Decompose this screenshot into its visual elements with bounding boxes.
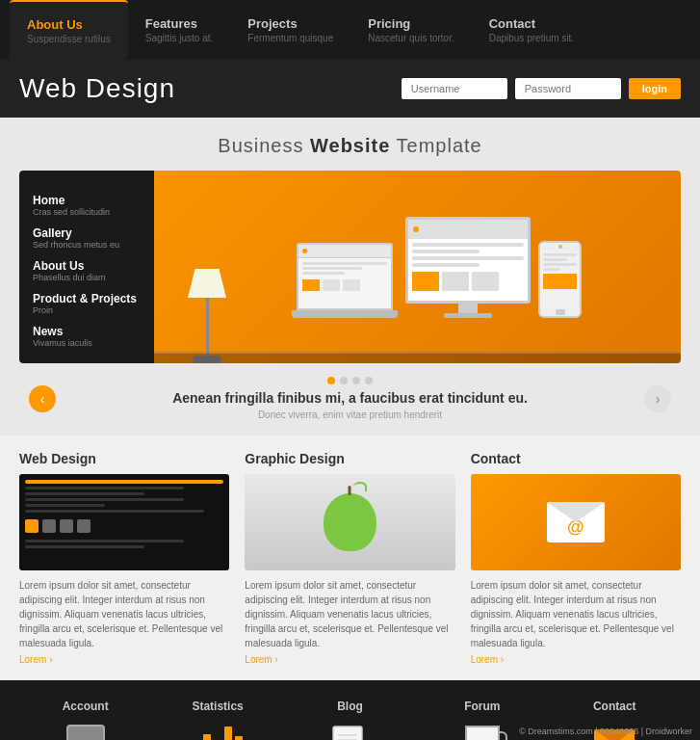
feature-graphic: Graphic Design Lorem ipsum dolor sit ame…: [245, 451, 454, 665]
nav-item-contact[interactable]: Contact Dapibus pretium sit.: [472, 0, 591, 60]
password-field[interactable]: [515, 78, 621, 99]
nav-sub-about: Suspendisse rutilus: [27, 34, 111, 44]
login-button[interactable]: login: [629, 78, 681, 99]
footer-statistics: Statistics Tempus Sapien Nunc elementum …: [165, 700, 271, 740]
phone-device: [538, 241, 582, 318]
site-title: Web Design: [19, 73, 175, 104]
footer-account-icon: [59, 717, 112, 740]
dot-1[interactable]: [327, 377, 335, 384]
feature-contact-title: Contact: [471, 451, 681, 466]
feature-graphic-text: Lorem ipsum dolor sit amet, consectetur …: [245, 578, 454, 650]
lamp-shade: [183, 269, 231, 298]
laptop-device: [292, 243, 398, 318]
monitor-screen-inner: [408, 220, 528, 301]
watermark: © Dreamstims.com | 50040056 | Droidworke…: [519, 727, 692, 736]
shelf: [154, 352, 681, 363]
hero-menu-home[interactable]: Home Cras sed sollicitudin: [33, 190, 141, 221]
hero-title: Business Website Template: [19, 135, 681, 157]
laptop-screen-inner: [298, 245, 391, 308]
monitor-screen: [405, 217, 531, 304]
site-header: Web Design login: [0, 60, 700, 118]
dot-4[interactable]: [365, 377, 373, 384]
monitor-stand: [458, 304, 478, 313]
lamp-decoration: [183, 269, 231, 363]
lamp-pole: [206, 298, 209, 356]
carousel-dots: [70, 377, 630, 384]
carousel-sub: Donec viverra, enim vitae pretium hendre…: [70, 410, 630, 420]
nav-sub-projects: Fermentum quisque: [247, 33, 333, 43]
pen-icon: [328, 722, 372, 740]
carousel-prev[interactable]: ‹: [29, 385, 56, 412]
footer-statistics-title: Statistics: [192, 700, 243, 713]
hero-section: Business Website Template Home Cras sed …: [0, 118, 700, 436]
footer-forum-title: Forum: [464, 700, 500, 713]
nav-label-contact: Contact: [489, 16, 574, 31]
hero-visual: [154, 171, 681, 363]
footer-account-title: Account: [63, 700, 109, 713]
feature-contact-link[interactable]: Lorem: [471, 654, 504, 665]
nav-label-about: About Us: [27, 17, 111, 32]
feature-webdesign-title: Web Design: [19, 451, 229, 466]
hero-menu-products[interactable]: Product & Projects Proin: [33, 288, 141, 319]
laptop-base: [292, 310, 398, 318]
footer-contact-title: Contact: [593, 700, 636, 713]
at-sign: @: [567, 517, 584, 538]
envelope-icon: @: [547, 502, 605, 542]
feature-webdesign-link[interactable]: Lorem: [19, 654, 52, 665]
nav-sub-features: Sagittis justo at.: [145, 33, 214, 43]
nav-item-about[interactable]: About Us Suspendisse rutilus: [10, 0, 128, 60]
footer-blog-icon: [324, 717, 376, 740]
hero-menu-news[interactable]: News Vivamus iaculis: [33, 321, 141, 352]
footer-blog-title: Blog: [337, 700, 363, 713]
footer-account: Account Suspendisse Sollicitudin Nunc el…: [33, 700, 139, 740]
dot-2[interactable]: [340, 377, 348, 384]
safe-icon: [66, 725, 105, 741]
main-nav: About Us Suspendisse rutilus Features Sa…: [0, 0, 700, 60]
feature-contact: Contact @ Lorem ipsum dolor sit amet, co…: [471, 451, 681, 665]
features-section: Web Design Lorem ipsum dolor sit amet, c…: [0, 436, 700, 680]
nav-sub-contact: Dapibus pretium sit.: [489, 33, 574, 43]
feature-graphic-link[interactable]: Lorem: [245, 654, 277, 665]
monitor-base: [444, 313, 492, 318]
hero-menu-about[interactable]: About Us Phasellus dui diam: [33, 255, 141, 286]
carousel-next[interactable]: ›: [644, 385, 671, 412]
cup-icon: [465, 726, 500, 741]
hero-menu: Home Cras sed sollicitudin Gallery Sed r…: [19, 171, 154, 363]
feature-contact-text: Lorem ipsum dolor sit amet, consectetur …: [471, 578, 681, 650]
footer-blog: Blog Aliquam Massa Integer duis augue. d…: [297, 700, 402, 740]
devices-mockup: [292, 217, 582, 318]
feature-webdesign: Web Design Lorem ipsum dolor sit amet, c…: [19, 451, 229, 665]
nav-item-projects[interactable]: Projects Fermentum quisque: [230, 0, 350, 60]
carousel-content: Aenean fringilla finibus mi, a faucibus …: [56, 377, 644, 420]
apple-icon: [324, 493, 376, 551]
nav-label-projects: Projects: [247, 16, 333, 31]
monitor-device: [405, 217, 531, 318]
nav-label-pricing: Pricing: [368, 16, 454, 31]
feature-contact-image: @: [471, 474, 681, 570]
carousel-heading: Aenean fringilla finibus mi, a faucibus …: [70, 390, 630, 406]
hero-menu-gallery[interactable]: Gallery Sed rhoncus metus eu: [33, 223, 141, 253]
nav-sub-pricing: Nascetur quis tortor.: [368, 33, 454, 43]
chart-icon: [193, 725, 243, 741]
nav-item-features[interactable]: Features Sagittis justo at.: [128, 0, 231, 60]
feature-graphic-image: [245, 474, 454, 570]
carousel-nav: ‹ Aenean fringilla finibus mi, a faucibu…: [19, 363, 681, 426]
nav-label-features: Features: [145, 16, 214, 31]
svg-rect-0: [333, 727, 362, 740]
username-field[interactable]: [402, 78, 507, 99]
header-right: login: [402, 78, 681, 99]
footer-forum-icon: [455, 717, 508, 740]
feature-webdesign-image: [19, 474, 229, 570]
footer-statistics-icon: [192, 717, 245, 740]
dot-3[interactable]: [352, 377, 360, 384]
hero-banner: Home Cras sed sollicitudin Gallery Sed r…: [19, 171, 681, 363]
feature-webdesign-text: Lorem ipsum dolor sit amet, consectetur …: [19, 578, 229, 650]
feature-graphic-title: Graphic Design: [245, 451, 454, 466]
nav-item-pricing[interactable]: Pricing Nascetur quis tortor.: [350, 0, 471, 60]
laptop-screen: [297, 243, 393, 310]
